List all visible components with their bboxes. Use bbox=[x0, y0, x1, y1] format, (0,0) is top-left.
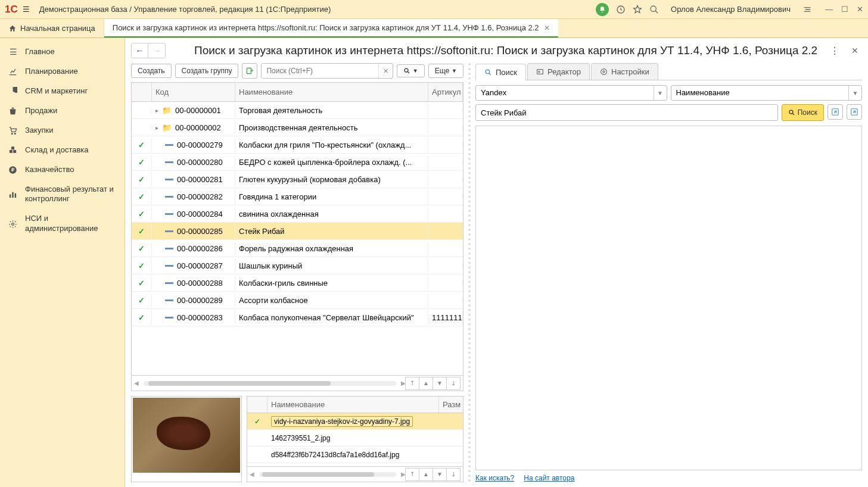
scroll-top-icon[interactable]: ⤒ bbox=[405, 377, 419, 390]
page-close-icon[interactable]: ✕ bbox=[848, 46, 862, 55]
refresh-button[interactable] bbox=[242, 63, 257, 79]
fcol-size[interactable]: Разм bbox=[439, 397, 463, 413]
col-name[interactable]: Наименование bbox=[235, 83, 428, 101]
fcol-check[interactable] bbox=[247, 397, 267, 413]
row-check[interactable]: ✓ bbox=[132, 207, 152, 221]
tab-close-icon[interactable]: ✕ bbox=[544, 24, 550, 32]
row-check[interactable]: ✓ bbox=[132, 276, 152, 290]
nav-treasury[interactable]: ₽Казначейство bbox=[0, 160, 125, 180]
more-button[interactable]: Еще ▼ bbox=[428, 64, 463, 78]
tab-search[interactable]: Поиск bbox=[475, 64, 526, 80]
table-row[interactable]: ✓00-00000288Колбаски-гриль свинные bbox=[132, 274, 463, 292]
table-row[interactable]: ✓00-00000287Шашлык куриный bbox=[132, 257, 463, 274]
table-row[interactable]: ▸📁00-00000001Торговая деятельность bbox=[132, 102, 463, 119]
fcol-name[interactable]: Наименование bbox=[267, 397, 439, 413]
table-row[interactable]: ✓00-00000285Стейк Рибай bbox=[132, 223, 463, 240]
nav-finance[interactable]: Финансовый результат и контроллинг bbox=[0, 180, 125, 210]
table-row[interactable]: ▸📁00-00000002Производственная деятельнос… bbox=[132, 119, 463, 136]
row-check[interactable]: ✓ bbox=[132, 242, 152, 255]
search-clear-icon[interactable]: ✕ bbox=[378, 64, 393, 78]
row-check[interactable]: ✓ bbox=[132, 155, 152, 169]
main-menu-icon[interactable]: ☰ bbox=[23, 5, 30, 14]
home-tab[interactable]: Начальная страница bbox=[0, 19, 104, 38]
create-button[interactable]: Создать bbox=[131, 64, 172, 78]
row-check[interactable]: ✓ bbox=[132, 311, 152, 324]
h-scrollbar[interactable] bbox=[144, 381, 396, 386]
query-input[interactable] bbox=[475, 104, 778, 121]
row-check[interactable]: ✓ bbox=[132, 259, 152, 273]
file-row[interactable]: 1462739551_2.jpg bbox=[247, 430, 463, 447]
fscroll-top-icon[interactable]: ⤒ bbox=[405, 468, 419, 481]
maximize-button[interactable]: ☐ bbox=[841, 5, 848, 14]
nav-sales[interactable]: Продажи bbox=[0, 101, 125, 121]
dropdown-icon[interactable]: ▼ bbox=[848, 86, 861, 100]
favorites-icon[interactable] bbox=[633, 5, 642, 14]
table-row[interactable]: ✓00-00000280БЕДРО с кожей цыпленка-бройл… bbox=[132, 154, 463, 171]
window-title: Демонстрационная база / Управление торго… bbox=[39, 5, 596, 14]
search-input[interactable] bbox=[262, 64, 378, 78]
file-check[interactable]: ✓ bbox=[247, 417, 267, 426]
row-check[interactable] bbox=[132, 125, 152, 130]
minimize-button[interactable]: — bbox=[825, 5, 833, 14]
col-article[interactable]: Артикул bbox=[428, 83, 463, 101]
fscroll-left-icon[interactable]: ◀ bbox=[250, 471, 254, 477]
row-check[interactable]: ✓ bbox=[132, 190, 152, 204]
create-group-button[interactable]: Создать группу bbox=[175, 64, 239, 78]
nav-main[interactable]: ☰Главное bbox=[0, 42, 125, 62]
file-row[interactable]: ✓vidy-i-nazvaniya-stejkov-iz-govyadiny-7… bbox=[247, 413, 463, 430]
nav-warehouse[interactable]: Склад и доставка bbox=[0, 141, 125, 160]
scroll-left-icon[interactable]: ◀ bbox=[134, 380, 139, 386]
search-dropdown-button[interactable]: ▼ bbox=[397, 64, 425, 77]
row-check[interactable]: ✓ bbox=[132, 224, 152, 238]
page-menu-icon[interactable]: ⋮ bbox=[826, 45, 843, 57]
scroll-up-icon[interactable]: ▲ bbox=[419, 377, 433, 390]
nav-crm[interactable]: CRM и маркетинг bbox=[0, 82, 125, 101]
row-check[interactable]: ✓ bbox=[132, 173, 152, 186]
engine-select[interactable]: Yandex ▼ bbox=[475, 85, 667, 101]
scroll-bottom-icon[interactable]: ⤓ bbox=[446, 377, 461, 390]
tab-settings[interactable]: Настройки bbox=[591, 63, 658, 80]
history-icon[interactable] bbox=[616, 5, 626, 14]
table-row[interactable]: ✓00-00000286Форель радужная охлажденная bbox=[132, 240, 463, 257]
fscroll-up-icon[interactable]: ▲ bbox=[419, 468, 433, 481]
row-check[interactable] bbox=[132, 108, 152, 113]
image-preview[interactable] bbox=[131, 396, 242, 482]
expand-icon[interactable]: ▸ bbox=[155, 107, 158, 114]
user-name[interactable]: Орлов Александр Владимирович bbox=[671, 5, 791, 14]
forward-button[interactable]: → bbox=[148, 43, 165, 58]
import-button[interactable] bbox=[827, 104, 843, 120]
table-row[interactable]: ✓00-00000289Ассорти колбасное bbox=[132, 292, 463, 309]
panel-settings-icon[interactable] bbox=[802, 5, 812, 14]
search-button[interactable]: Поиск bbox=[782, 104, 824, 121]
field-select[interactable]: Наименование ▼ bbox=[671, 85, 863, 101]
col-code[interactable]: Код bbox=[152, 83, 235, 101]
row-check[interactable]: ✓ bbox=[132, 294, 152, 307]
file-row[interactable]: d584ff23f6b72413d8cfa7a1e8dd16af.jpg bbox=[247, 447, 463, 463]
table-row[interactable]: ✓00-00000279Колбаски для гриля "По-крест… bbox=[132, 136, 463, 154]
nav-admin[interactable]: НСИ и администрирование bbox=[0, 209, 125, 239]
expand-icon[interactable]: ▸ bbox=[155, 124, 158, 131]
nav-planning[interactable]: Планирование bbox=[0, 62, 125, 82]
svg-rect-4 bbox=[10, 150, 13, 153]
col-check[interactable] bbox=[132, 83, 152, 101]
fscroll-down-icon[interactable]: ▼ bbox=[433, 468, 447, 481]
table-row[interactable]: ✓00-00000284свинина охлажденная bbox=[132, 205, 463, 223]
tab-editor[interactable]: Редактор bbox=[527, 63, 590, 80]
table-row[interactable]: ✓00-00000283Колбаса полукопченая "Сервел… bbox=[132, 309, 463, 326]
link-author-site[interactable]: На сайт автора bbox=[524, 474, 574, 482]
close-window-button[interactable]: ✕ bbox=[857, 5, 863, 14]
global-search-icon[interactable] bbox=[649, 5, 659, 14]
table-row[interactable]: ✓00-00000282Говядина 1 категории bbox=[132, 188, 463, 205]
row-check[interactable]: ✓ bbox=[132, 138, 152, 152]
scroll-down-icon[interactable]: ▼ bbox=[433, 377, 447, 390]
active-tab[interactable]: Поиск и загрузка картинок из интернета h… bbox=[104, 19, 558, 38]
dropdown-icon[interactable]: ▼ bbox=[654, 86, 667, 100]
export-button[interactable] bbox=[847, 104, 862, 120]
table-row[interactable]: ✓00-00000281Глютен кукурузный (кормовая … bbox=[132, 171, 463, 188]
link-how-to-search[interactable]: Как искать? bbox=[475, 474, 514, 482]
back-button[interactable]: ← bbox=[132, 43, 148, 58]
notifications-icon[interactable] bbox=[596, 3, 609, 16]
nav-purchases[interactable]: Закупки bbox=[0, 121, 125, 141]
files-h-scrollbar[interactable] bbox=[259, 472, 396, 477]
fscroll-bottom-icon[interactable]: ⤓ bbox=[446, 468, 461, 481]
